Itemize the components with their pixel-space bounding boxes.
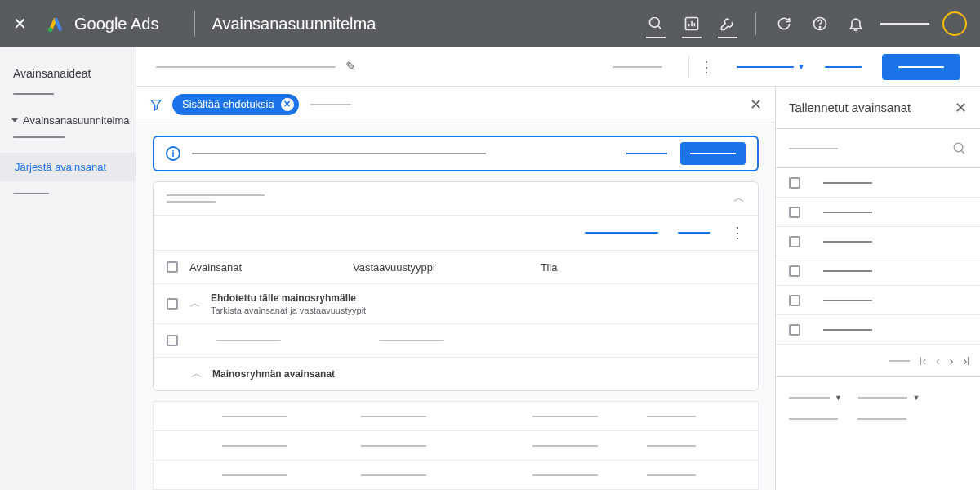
filter-bar-close-icon[interactable]: ✕ — [750, 96, 762, 114]
chevron-up-icon[interactable]: ︿ — [733, 191, 745, 206]
tools-icon[interactable] — [715, 11, 741, 37]
sidebar-group[interactable]: Avainsanasuunnitelma — [0, 109, 136, 131]
reports-icon[interactable] — [679, 11, 705, 37]
pager-prev-icon[interactable]: ‹ — [936, 354, 940, 368]
table-row — [154, 401, 758, 430]
search-icon[interactable] — [952, 141, 967, 156]
svg-point-8 — [819, 27, 820, 28]
sidebar-item-placeholder[interactable] — [13, 93, 54, 95]
item-checkbox[interactable] — [789, 295, 800, 306]
col-match-type: Vastaavuustyyppi — [353, 261, 541, 274]
list-item[interactable] — [776, 198, 980, 227]
svg-point-10 — [954, 143, 963, 152]
pager-last-icon[interactable]: ›I — [963, 354, 970, 368]
sidebar-heading[interactable]: Avainsanaideat — [0, 62, 136, 88]
panel-search-row — [776, 129, 980, 168]
panel-list — [776, 168, 980, 345]
avatar[interactable] — [942, 11, 967, 36]
adgroup-card: ︿ ⋮ A — [153, 181, 759, 391]
primary-action-button[interactable] — [882, 54, 960, 80]
table-header-row: Avainsanat Vastaavuustyyppi Tila — [154, 251, 758, 283]
item-checkbox[interactable] — [789, 265, 800, 277]
page-title: Avainsanasuunnitelma — [212, 15, 376, 33]
row-checkbox[interactable] — [167, 298, 178, 310]
edit-icon[interactable]: ✎ — [345, 59, 356, 74]
table-group-row: ︿ Mainosryhmän avainsanat — [154, 358, 758, 390]
info-text-placeholder — [192, 153, 486, 154]
svg-line-11 — [961, 150, 964, 154]
info-icon: i — [166, 146, 180, 161]
item-checkbox[interactable] — [789, 324, 800, 336]
table-row — [154, 430, 758, 460]
col-status: Tila — [541, 261, 557, 274]
sidebar-group-label: Avainsanasuunnitelma — [23, 114, 130, 127]
card-link-placeholder[interactable] — [585, 232, 658, 234]
toolbar-link-1[interactable]: ▼ — [737, 62, 805, 71]
item-checkbox[interactable] — [789, 236, 800, 247]
table-row — [154, 324, 758, 357]
toolbar: ✎ ⋮ ▼ — [136, 47, 980, 87]
chevron-up-icon[interactable]: ︿ — [191, 367, 203, 381]
list-item[interactable] — [776, 315, 980, 345]
list-item[interactable] — [776, 286, 980, 315]
filter-icon[interactable] — [149, 98, 163, 111]
select-all-checkbox[interactable] — [167, 261, 178, 273]
toolbar-link-2[interactable] — [825, 66, 862, 68]
panel-pager: I‹ ‹ › ›I — [776, 345, 980, 377]
item-checkbox[interactable] — [789, 207, 800, 218]
item-checkbox[interactable] — [789, 177, 800, 189]
sidebar-item-organize-keywords[interactable]: Järjestä avainsanat — [0, 153, 136, 181]
chevron-down-icon: ▼ — [912, 394, 920, 402]
panel-close-icon[interactable]: ✕ — [955, 99, 967, 117]
chevron-up-icon[interactable]: ︿ — [189, 296, 201, 311]
panel-dropdown-2[interactable]: ▼ — [858, 394, 920, 402]
brand-label: Google Ads — [74, 15, 158, 33]
svg-line-2 — [658, 26, 662, 29]
group-subtitle: Tarkista avainsanat ja vastaavuustyypit — [211, 305, 366, 315]
panel-bottom: ▼ ▼ — [776, 377, 980, 430]
close-icon[interactable]: ✕ — [13, 14, 27, 33]
sidebar-item-placeholder[interactable] — [13, 193, 49, 194]
card-link-placeholder[interactable] — [678, 232, 710, 234]
col-keywords: Avainsanat — [189, 261, 353, 274]
search-placeholder — [789, 148, 838, 149]
add-filter-placeholder[interactable] — [310, 104, 351, 105]
table-row — [154, 460, 758, 489]
panel-button-placeholder[interactable] — [858, 418, 906, 420]
panel-button-placeholder[interactable] — [789, 418, 838, 420]
vertical-divider — [194, 11, 195, 37]
sidebar-item-placeholder[interactable] — [13, 136, 65, 138]
notifications-icon[interactable] — [843, 11, 869, 37]
svg-point-0 — [48, 27, 53, 32]
search-icon[interactable] — [643, 11, 669, 37]
row-checkbox[interactable] — [167, 335, 178, 346]
sidebar: Avainsanaideat Avainsanasuunnitelma Järj… — [0, 47, 136, 490]
top-bar: ✕ Google Ads Avainsanasuunnitelma — [0, 0, 980, 47]
vertical-divider — [755, 12, 756, 35]
info-link-placeholder[interactable] — [626, 153, 667, 154]
chip-remove-icon[interactable]: ✕ — [281, 98, 294, 111]
card-actions-row: ⋮ — [154, 216, 758, 250]
filter-chip[interactable]: Sisältää ehdotuksia ✕ — [172, 94, 299, 115]
panel-dropdown-1[interactable]: ▼ — [789, 394, 842, 402]
more-icon[interactable]: ⋮ — [730, 224, 745, 242]
filter-bar: Sisältää ehdotuksia ✕ ✕ — [136, 87, 775, 122]
card-header-row: ︿ — [154, 182, 758, 215]
account-label-placeholder — [880, 23, 929, 24]
google-ads-logo-icon — [47, 15, 65, 33]
pager-first-icon[interactable]: I‹ — [920, 354, 927, 368]
help-icon[interactable] — [807, 11, 833, 37]
group-title: Mainosryhmän avainsanat — [212, 368, 335, 380]
list-item[interactable] — [776, 227, 980, 256]
refresh-icon[interactable] — [771, 11, 797, 37]
more-icon[interactable]: ⋮ — [699, 58, 714, 76]
pager-label-placeholder — [889, 360, 910, 362]
list-item[interactable] — [776, 168, 980, 198]
svg-marker-9 — [151, 100, 161, 109]
chevron-down-icon: ▼ — [835, 394, 842, 402]
pager-next-icon[interactable]: › — [950, 354, 954, 368]
filter-chip-label: Sisältää ehdotuksia — [182, 98, 274, 110]
plan-name-placeholder — [156, 66, 336, 68]
list-item[interactable] — [776, 256, 980, 286]
info-action-button[interactable] — [680, 142, 746, 165]
